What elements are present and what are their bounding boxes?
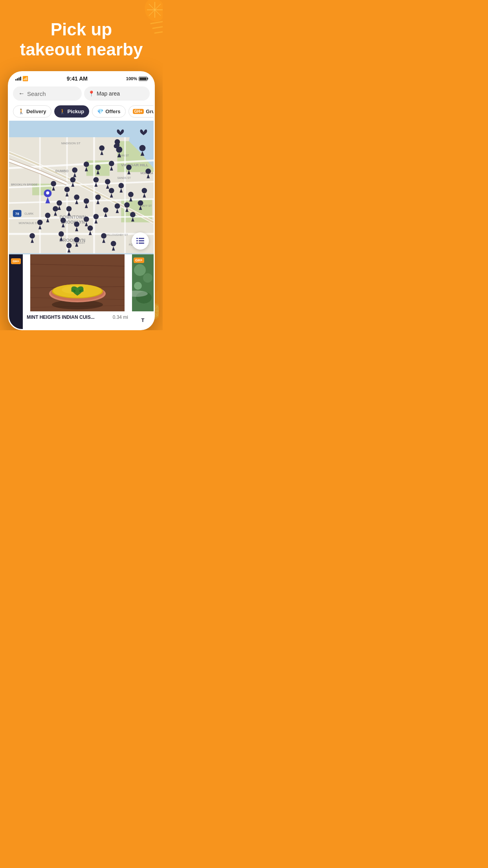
- svg-point-80: [109, 188, 114, 193]
- svg-point-46: [116, 147, 123, 153]
- svg-text:DUMBO: DUMBO: [55, 169, 69, 173]
- svg-point-102: [88, 226, 93, 231]
- svg-point-74: [66, 206, 72, 211]
- gh-plus-badge-vertical: GH+: [11, 258, 21, 264]
- svg-point-62: [72, 167, 77, 173]
- card-right-partial[interactable]: GH+: [132, 254, 154, 329]
- search-input-container[interactable]: ← Search: [13, 86, 82, 101]
- svg-point-56: [109, 161, 114, 166]
- svg-point-94: [103, 207, 108, 213]
- svg-point-100: [74, 222, 79, 227]
- restaurant-distance: 0.34 mi: [113, 314, 128, 320]
- header: Pick up takeout nearby: [0, 0, 163, 65]
- svg-rect-139: [139, 243, 144, 244]
- svg-point-126: [66, 243, 72, 248]
- svg-rect-135: [139, 238, 144, 239]
- svg-point-84: [128, 192, 134, 197]
- svg-point-70: [74, 195, 79, 200]
- svg-point-108: [29, 233, 35, 239]
- restaurant-cards-row: GH+: [9, 254, 154, 329]
- svg-text:CLARK: CLARK: [24, 212, 33, 215]
- location-selector[interactable]: 📍 Map area: [84, 86, 150, 101]
- svg-point-157: [134, 264, 146, 276]
- restaurant-image: [23, 254, 132, 311]
- svg-point-114: [51, 181, 56, 186]
- svg-point-106: [37, 220, 43, 225]
- svg-point-96: [94, 214, 99, 219]
- svg-point-52: [84, 162, 89, 167]
- gh-plus-badge: GH+: [133, 109, 144, 114]
- svg-text:SANDS ST: SANDS ST: [117, 177, 131, 180]
- chip-grubhub-plus[interactable]: GH+ Gru: [128, 105, 154, 118]
- svg-rect-138: [136, 243, 138, 244]
- chip-offers[interactable]: 💎 Offers: [92, 105, 125, 118]
- svg-point-54: [95, 165, 101, 170]
- map-container[interactable]: MADISON ST JOHN ST MORRISA SANDS ST CLAR…: [9, 121, 154, 254]
- phone-mockup: 📶 9:41 AM 100% ← Search 📍: [8, 71, 155, 330]
- page-title: Pick up takeout nearby: [12, 20, 151, 59]
- svg-point-92: [115, 204, 120, 209]
- svg-point-98: [84, 217, 89, 222]
- svg-point-48: [139, 145, 146, 151]
- card-right-label: T: [141, 317, 145, 323]
- svg-point-60: [145, 169, 151, 174]
- svg-point-110: [59, 231, 64, 237]
- svg-point-90: [124, 202, 130, 208]
- svg-point-116: [70, 177, 75, 183]
- svg-point-76: [84, 199, 89, 204]
- search-bar-area: ← Search 📍 Map area: [9, 83, 154, 104]
- gh-plus-badge-card: GH+: [134, 257, 144, 263]
- delivery-label: Delivery: [26, 108, 46, 114]
- svg-point-68: [64, 187, 70, 192]
- svg-point-155: [76, 288, 79, 290]
- svg-point-88: [138, 200, 143, 206]
- status-left: 📶: [15, 76, 28, 81]
- status-right: 100%: [126, 76, 147, 81]
- map-area-label[interactable]: Map area: [97, 90, 120, 97]
- svg-point-124: [74, 237, 79, 243]
- svg-text:MADISON ST: MADISON ST: [61, 142, 81, 145]
- svg-point-132: [130, 212, 136, 217]
- svg-point-158: [143, 273, 152, 283]
- search-placeholder[interactable]: Search: [27, 90, 46, 97]
- svg-point-122: [45, 213, 51, 218]
- wifi-icon: 📶: [22, 76, 28, 81]
- svg-point-153: [71, 289, 74, 292]
- offers-label: Offers: [105, 108, 120, 114]
- location-pin-icon: 📍: [88, 90, 95, 97]
- restaurant-card-main[interactable]: MINT HEIGHTS INDIAN CUIS... 0.34 mi: [23, 254, 132, 329]
- svg-text:BROOKLYN BRIDGE: BROOKLYN BRIDGE: [11, 183, 38, 186]
- svg-rect-136: [136, 240, 138, 241]
- svg-point-154: [81, 289, 84, 292]
- chip-pickup[interactable]: 🚶 Pickup: [54, 105, 90, 118]
- svg-rect-134: [136, 238, 138, 239]
- svg-point-104: [61, 218, 66, 223]
- svg-point-130: [111, 241, 116, 246]
- svg-point-78: [95, 195, 101, 200]
- svg-text:MONTAGUE ST: MONTAGUE ST: [19, 222, 39, 225]
- svg-point-67: [46, 191, 49, 195]
- filter-bar: 🚶 Delivery 🚶 Pickup 💎 Offers GH+ Gru: [9, 104, 154, 121]
- pickup-icon: 🚶: [59, 108, 66, 114]
- back-arrow-icon[interactable]: ←: [18, 90, 25, 97]
- svg-point-118: [105, 179, 110, 185]
- card-info: MINT HEIGHTS INDIAN CUIS... 0.34 mi: [23, 311, 132, 323]
- delivery-icon: 🚶: [18, 108, 24, 114]
- grubhub-plus-label: Gru: [146, 108, 154, 114]
- svg-point-72: [57, 200, 62, 206]
- svg-point-112: [94, 177, 99, 183]
- card-left-strip: GH+: [9, 254, 23, 329]
- svg-text:BROOKLYN: BROOKLYN: [59, 237, 85, 243]
- svg-rect-137: [139, 240, 144, 241]
- svg-point-58: [126, 165, 132, 170]
- map-svg: MADISON ST JOHN ST MORRISA SANDS ST CLAR…: [9, 121, 154, 254]
- offers-icon: 💎: [97, 108, 103, 114]
- svg-point-120: [53, 206, 58, 211]
- list-icon: [136, 238, 144, 244]
- svg-text:VINEGAR HILL: VINEGAR HILL: [121, 163, 148, 167]
- chip-delivery[interactable]: 🚶 Delivery: [13, 105, 51, 118]
- svg-text:78: 78: [15, 212, 19, 216]
- svg-point-50: [99, 145, 105, 151]
- list-view-button[interactable]: [132, 232, 149, 250]
- status-time: 9:41 AM: [67, 75, 88, 82]
